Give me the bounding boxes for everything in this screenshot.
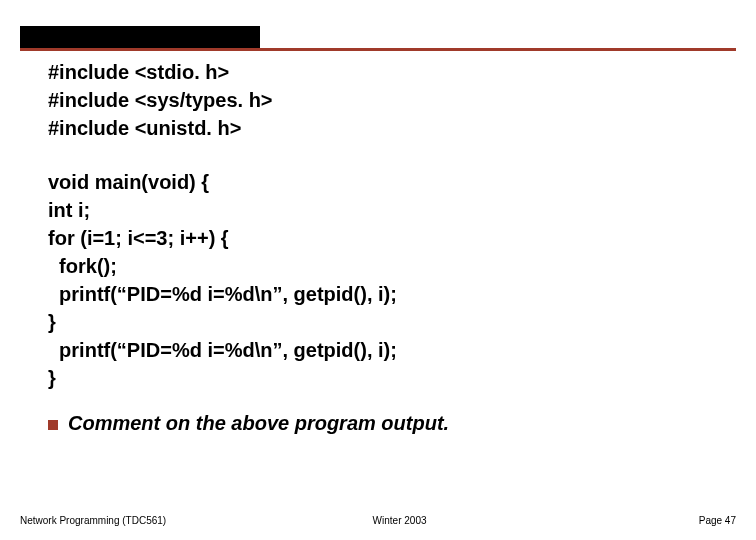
footer-left: Network Programming (TDC561) [20, 515, 166, 526]
footer-center: Winter 2003 [373, 515, 427, 526]
code-line: int i; [48, 196, 716, 224]
code-line: fork(); [48, 252, 716, 280]
code-line: } [48, 364, 716, 392]
bullet-item: Comment on the above program output. [48, 412, 716, 435]
code-line: for (i=1; i<=3; i++) { [48, 224, 716, 252]
code-line: #include <unistd. h> [48, 114, 716, 142]
code-line: } [48, 308, 716, 336]
code-line: #include <sys/types. h> [48, 86, 716, 114]
blank-line [48, 142, 716, 168]
slide-footer: Network Programming (TDC561) Winter 2003… [20, 515, 736, 526]
code-line: #include <stdio. h> [48, 58, 716, 86]
code-line: printf(“PID=%d i=%d\n”, getpid(), i); [48, 336, 716, 364]
code-block: #include <stdio. h> #include <sys/types.… [48, 58, 716, 392]
square-bullet-icon [48, 420, 58, 430]
horizontal-rule [20, 48, 736, 51]
code-line: printf(“PID=%d i=%d\n”, getpid(), i); [48, 280, 716, 308]
bullet-text: Comment on the above program output. [68, 412, 449, 435]
code-line: void main(void) { [48, 168, 716, 196]
footer-right: Page 47 [699, 515, 736, 526]
title-bar-decoration [20, 26, 260, 48]
slide-content: #include <stdio. h> #include <sys/types.… [48, 58, 716, 435]
